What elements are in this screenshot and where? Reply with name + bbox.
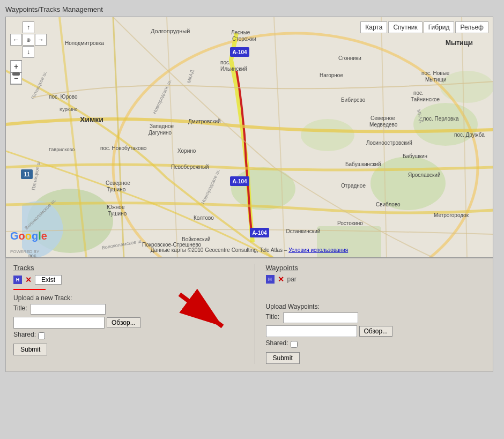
panel-divider [255,264,255,364]
tracks-section: Tracks H ✕ Exist Upload a new Track: Tit… [13,264,244,364]
waypoints-submit-button[interactable]: Submit [266,352,300,364]
tracks-shared-row: Shared: [13,331,233,340]
svg-text:А-104: А-104 [232,178,247,184]
tracks-shared-checkbox[interactable] [38,332,45,339]
tracks-browse-button[interactable]: Обзор... [107,317,140,328]
svg-text:Дагунино: Дагунино [149,130,172,136]
svg-text:Западное: Западное [150,123,174,129]
svg-text:Лесные: Лесные [231,29,250,35]
svg-text:Химки: Химки [80,115,103,124]
tracks-item-row: H ✕ Exist [13,275,233,285]
svg-text:Южное: Южное [107,204,125,210]
map-up-button[interactable]: ↑ [23,21,34,33]
waypoints-item-row: H ✕ par [266,275,486,284]
svg-text:пос. Новобутаково: пос. Новобутаково [100,145,147,151]
svg-text:Ноподмитровка: Ноподмитровка [65,40,104,46]
svg-text:Ярославский: Ярославский [408,172,441,178]
svg-text:Хорино: Хорино [177,148,196,154]
svg-text:Останкинский: Останкинский [286,228,320,234]
svg-text:пос. Новые: пос. Новые [421,70,450,76]
svg-text:Мытищи: Мытищи [446,39,473,47]
svg-text:Свиблово: Свиблово [376,202,401,207]
tracks-save-button[interactable]: H [13,276,22,284]
map-type-gibrid[interactable]: Гибрид [424,21,455,33]
map-copyright: Данные карты ©2010 Geocentre Consulting,… [6,247,493,253]
svg-text:пос. Дружба: пос. Дружба [454,132,485,138]
svg-text:Колтово: Колтово [194,215,214,221]
svg-text:Северное: Северное [370,115,395,121]
tracks-title-label: Title: [13,304,28,312]
tracks-shared-label: Shared: [13,331,36,338]
tracks-delete-button[interactable]: ✕ [24,276,33,284]
map-type-sputnik[interactable]: Спутник [388,21,422,33]
waypoints-delete-button[interactable]: ✕ [277,275,285,284]
tracks-submit-button[interactable]: Submit [13,344,47,355]
map-type-karta[interactable]: Карта [360,21,387,33]
zoom-in-button[interactable]: + [10,61,22,72]
svg-text:Медведево: Медведево [369,122,398,128]
svg-text:Бабушкин: Бабушкин [403,153,427,159]
tracks-title-row: Title: [13,304,233,315]
svg-text:Куркино: Куркино [60,107,78,112]
map-right-button[interactable]: → [35,34,47,46]
svg-text:Сторожки: Сторожки [232,36,256,42]
svg-text:Бабушкинский: Бабушкинский [345,161,381,167]
waypoints-upload-label: Upload Waypoints: [266,303,486,310]
waypoints-title-label: Title: [266,313,281,321]
zoom-thumb[interactable] [12,72,20,76]
waypoints-shared-checkbox[interactable] [291,341,298,348]
svg-text:пос.: пос. [413,90,424,96]
svg-text:Долгопрудный: Долгопрудный [151,28,190,34]
tracks-file-input[interactable] [13,317,105,329]
waypoints-save-button[interactable]: H [266,275,275,284]
svg-text:Гаврилково: Гаврилково [49,147,75,152]
svg-text:Дмитровский: Дмитровский [188,118,221,124]
waypoints-shared-label: Shared: [266,339,288,347]
waypoints-section-title: Waypoints [266,264,486,272]
waypoints-file-input[interactable] [266,325,357,337]
waypoints-shared-row: Shared: [266,339,486,349]
waypoints-browse-button[interactable]: Обзор... [359,326,393,337]
svg-text:пос.: пос. [220,59,231,65]
waypoints-spacer [266,288,486,299]
waypoints-section: Waypoints H ✕ par Upload Waypoints: Titl… [266,264,486,364]
svg-text:Тушино: Тушино [108,211,127,217]
svg-text:Лосиноостровский: Лосиноостровский [366,140,412,146]
svg-text:Мытищи: Мытищи [425,77,447,83]
svg-text:Сгонники: Сгонники [338,55,361,61]
tracks-upload-section: Upload a new Track: Title: Обзор... Shar… [13,294,233,355]
svg-text:А-104: А-104 [252,230,267,236]
map-container[interactable]: А-104 А-104 А-104 11 Долгопрудный Лесные… [5,17,493,258]
svg-text:пос. Перловка: пос. Перловка [423,116,459,122]
map-left-button[interactable]: ← [10,34,22,46]
tracks-section-title: Tracks [13,264,233,272]
tracks-title-input[interactable] [31,304,106,315]
svg-text:Северное: Северное [106,180,130,186]
svg-text:Метрогородок: Метрогородок [434,212,469,218]
svg-text:Тайнинское: Тайнинское [411,96,440,102]
tracks-file-row: Обзор... [13,317,233,329]
svg-text:Ростокино: Ростокино [337,220,363,226]
waypoints-title-input[interactable] [283,312,358,323]
tracks-item-name[interactable]: Exist [35,275,62,285]
waypoints-title-row: Title: [266,312,486,323]
map-navigation-controls[interactable]: ↑ ← ⊕ → ↓ + − [10,21,47,85]
map-center-button[interactable]: ⊕ [23,34,34,46]
svg-text:Ильинский: Ильинский [220,66,247,72]
tracks-upload-label: Upload a new Track: [13,294,233,302]
map-type-relief[interactable]: Рельеф [455,21,488,33]
svg-text:Войковский: Войковский [182,236,211,242]
svg-text:А-104: А-104 [232,49,247,55]
waypoints-upload-section: Upload Waypoints: Title: Обзор... Shared… [266,303,486,364]
google-logo: Google [10,230,47,242]
svg-text:пос. Юрово: пос. Юрово [49,94,78,100]
map-down-button[interactable]: ↓ [23,46,34,58]
svg-text:Отрадное: Отрадное [341,183,366,189]
map-type-buttons[interactable]: Карта Спутник Гибрид Рельеф [360,21,488,33]
svg-text:Тушино: Тушино [107,187,126,192]
page-title: Waypoints/Tracks Management [5,5,499,13]
svg-point-1 [231,167,295,210]
copyright-link[interactable]: Условия использования [288,247,348,253]
svg-text:Нагорное: Нагорное [320,72,343,78]
waypoints-file-row: Обзор... [266,325,486,337]
